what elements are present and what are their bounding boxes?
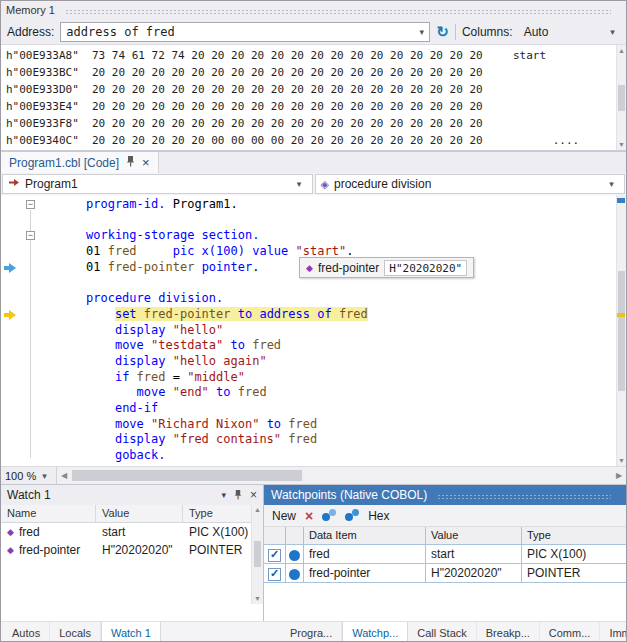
tab-watch-1[interactable]: Watch 1 [101, 622, 161, 642]
code-line[interactable]: goback. [1, 448, 616, 464]
column-header-data-item[interactable]: Data Item [304, 527, 426, 545]
watchpoint-row[interactable]: ✓fred-pointerH"20202020"POINTER [264, 564, 627, 583]
memory-row[interactable]: h"00E933BC"20 20 20 20 20 20 20 20 20 20… [1, 64, 616, 81]
fold-collapse-icon[interactable]: − [26, 200, 35, 209]
column-header-type[interactable]: Type [183, 505, 251, 522]
code-line[interactable]: program-id. Program1.− [1, 197, 616, 213]
columns-combobox[interactable]: Auto ▾ [519, 22, 620, 42]
watch-rows: ◆fredstartPIC X(100)◆fred-pointerH"20202… [1, 523, 251, 559]
tab-breakp-[interactable]: Breakp... [477, 622, 540, 642]
memory-row[interactable]: h"00E933A8"73 74 61 72 74 20 20 20 20 20… [1, 47, 616, 64]
scroll-up-icon[interactable]: ▲ [618, 47, 625, 54]
chevron-down-icon[interactable]: ▾ [604, 179, 619, 189]
tab-progra-[interactable]: Progra... [281, 622, 342, 642]
watch-value[interactable]: H"20202020" [96, 543, 183, 557]
chevron-down-icon[interactable]: ▾ [414, 27, 429, 37]
zoom-value: 100 % [5, 470, 36, 482]
columns-value[interactable]: Auto [519, 25, 605, 39]
code-line[interactable]: end-if [1, 401, 616, 417]
code-line[interactable]: procedure division. [1, 291, 616, 307]
pin-icon[interactable] [234, 489, 242, 502]
scrollbar-thumb[interactable] [254, 541, 261, 567]
tab-program1-cbl[interactable]: Program1.cbl [Code] × [1, 152, 159, 173]
code-line[interactable]: move "end" to fred [1, 385, 616, 401]
editor-scrollbar[interactable]: ▲ ▼ [616, 195, 626, 466]
close-icon[interactable]: × [142, 157, 150, 169]
code-line[interactable]: working-storage section.− [1, 228, 616, 244]
watchpoint-value[interactable]: start [426, 545, 522, 564]
watch-row[interactable]: ◆fred-pointerH"20202020"POINTER [1, 541, 251, 559]
watch-row[interactable]: ◆fredstartPIC X(100) [1, 523, 251, 541]
column-header-value[interactable]: Value [96, 505, 183, 522]
refresh-icon[interactable]: ↻ [436, 24, 449, 39]
chevron-down-icon[interactable]: ▾ [605, 27, 620, 37]
enable-watchpoints-icon[interactable] [322, 509, 336, 522]
zoom-select[interactable]: 100 % ▾ [1, 467, 57, 484]
code-line[interactable]: display "fred contains" fred [1, 432, 616, 448]
watchpoint-checkbox[interactable]: ✓ [268, 549, 281, 562]
code-line[interactable]: display "hello" [1, 323, 616, 339]
code-line[interactable]: set fred-pointer to address of fred [1, 307, 616, 323]
code-line[interactable] [1, 213, 616, 229]
chevron-down-icon[interactable]: ▾ [292, 179, 307, 189]
new-watchpoint-button[interactable]: New [272, 509, 296, 523]
memory-hex-grid[interactable]: h"00E933A8"73 74 61 72 74 20 20 20 20 20… [1, 45, 616, 150]
memory-title-bar[interactable]: Memory 1 [1, 1, 626, 19]
code-line[interactable]: if fred = "middle" [1, 370, 616, 386]
watch-scrollbar[interactable]: ▲ ▼ [251, 504, 263, 604]
member-dropdown[interactable]: ◈ procedure division ▾ [315, 174, 626, 194]
column-header-value[interactable]: Value [426, 527, 522, 545]
type-dropdown[interactable]: Program1 ▾ [2, 174, 313, 194]
code-line[interactable]: move "Richard Nixon" to fred [1, 417, 616, 433]
watchpoint-data-item[interactable]: fred [304, 545, 426, 564]
hex-toggle-button[interactable]: Hex [368, 509, 389, 523]
scroll-up-icon[interactable]: ▲ [254, 506, 261, 513]
code-editor[interactable]: program-id. Program1.−working-storage se… [1, 195, 616, 466]
scrollbar-thumb[interactable] [618, 271, 625, 391]
scroll-left-icon[interactable]: ◀ [57, 471, 71, 480]
watch-value[interactable]: start [96, 525, 183, 539]
watchpoint-row[interactable]: ✓fredstartPIC X(100) [264, 545, 627, 564]
fold-collapse-icon[interactable]: − [26, 231, 35, 240]
watch-name-cell[interactable]: ◆fred-pointer [1, 543, 96, 557]
watchpoint-data-item[interactable]: fred-pointer [304, 564, 426, 583]
memory-row[interactable]: h"00E933F8"20 20 20 20 20 20 20 20 20 20… [1, 115, 616, 132]
memory-row[interactable]: h"00E933D0"20 20 20 20 20 20 20 20 20 20… [1, 81, 616, 98]
code-line[interactable]: display "hello again" [1, 354, 616, 370]
tab-watchp-[interactable]: Watchp... [342, 622, 408, 642]
window-menu-icon[interactable]: ▾ [221, 490, 226, 500]
editor-horizontal-scrollbar[interactable]: ◀ ▶ [57, 467, 626, 484]
scroll-down-icon[interactable]: ▼ [254, 595, 261, 602]
tab-immedi-[interactable]: Immedi... [600, 622, 627, 642]
scrollbar-thumb[interactable] [72, 470, 302, 481]
watch-title-bar[interactable]: Watch 1 ▾ × [1, 485, 263, 505]
code-token: "hello" [173, 323, 224, 337]
tab-autos[interactable]: Autos [3, 622, 50, 642]
watchpoint-value[interactable]: H"20202020" [426, 564, 522, 583]
scroll-down-icon[interactable]: ▼ [618, 141, 625, 148]
tab-locals[interactable]: Locals [50, 622, 101, 642]
delete-watchpoint-icon[interactable]: × [305, 510, 313, 522]
datatip-value[interactable]: H"20202020" [384, 260, 467, 276]
tab-comm-[interactable]: Comm... [540, 622, 601, 642]
memory-row[interactable]: h"00E9340C"20 20 20 20 20 20 00 00 00 00… [1, 132, 616, 149]
column-header-type[interactable]: Type [522, 527, 627, 545]
watchpoints-title-bar[interactable]: Watchpoints (Native COBOL) [264, 485, 627, 505]
tab-call-stack[interactable]: Call Stack [408, 622, 477, 642]
memory-row[interactable]: h"00E933E4"20 20 20 20 20 20 20 20 20 20… [1, 98, 616, 115]
watchpoint-checkbox[interactable]: ✓ [268, 568, 281, 581]
chevron-down-icon[interactable]: ▾ [37, 471, 52, 481]
address-combobox[interactable]: address of fred ▾ [60, 22, 430, 42]
close-icon[interactable]: × [250, 488, 257, 502]
watch-name-cell[interactable]: ◆fred [1, 525, 96, 539]
memory-scrollbar[interactable]: ▲ ▼ [616, 45, 626, 150]
scroll-down-icon[interactable]: ▼ [618, 457, 625, 464]
disable-watchpoints-icon[interactable] [345, 509, 359, 522]
datatip-fred-pointer[interactable]: ◆ fred-pointer H"20202020" [299, 257, 474, 278]
address-value[interactable]: address of fred [61, 25, 414, 39]
scroll-right-icon[interactable]: ▶ [612, 471, 626, 480]
pin-icon[interactable] [126, 155, 135, 170]
column-header-name[interactable]: Name [1, 505, 96, 522]
scrollbar-thumb[interactable] [618, 85, 625, 111]
code-line[interactable]: move "testdata" to fred [1, 338, 616, 354]
